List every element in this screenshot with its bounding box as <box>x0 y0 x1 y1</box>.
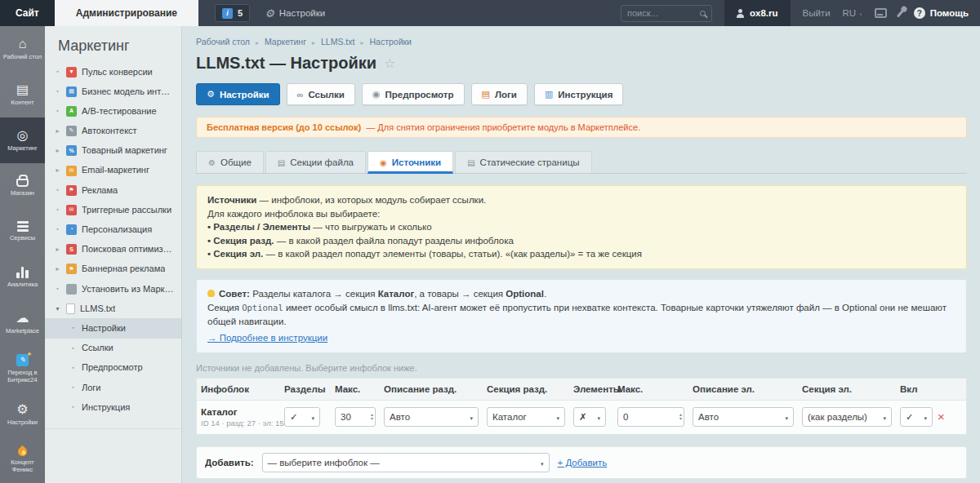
eye-icon <box>372 89 381 100</box>
favorite-star-icon[interactable] <box>384 55 395 71</box>
breadcrumb-llms[interactable]: LLMS.txt <box>321 37 354 47</box>
settings-tabs: Общие Секции файла Источники Статические… <box>196 151 967 174</box>
notifications-badge[interactable]: i 5 <box>215 4 250 22</box>
search-box[interactable] <box>621 5 712 22</box>
sidebar-item-personalization[interactable]: Персонализация <box>45 220 181 240</box>
tab-general[interactable]: Общие <box>196 151 264 173</box>
info-icon: i <box>222 8 233 19</box>
elements-enabled-select[interactable]: ✗ <box>573 407 606 427</box>
rail-item-desktop[interactable]: Рабочий стол <box>0 26 45 72</box>
sidebar-item-product-marketing[interactable]: Товарный маркетинг <box>45 141 181 161</box>
logs-button[interactable]: Логи <box>471 83 528 105</box>
rail-item-settings[interactable]: Настройки <box>0 392 45 437</box>
search-input[interactable] <box>627 8 695 18</box>
tab-static-pages[interactable]: Статические страницы <box>455 151 591 173</box>
sidebar-divider <box>45 428 181 429</box>
sidebar-item-llms[interactable]: LLMS.txt <box>45 299 181 318</box>
rail-item-services[interactable]: Сервисы <box>0 209 45 255</box>
sidebar-item-llms-manual[interactable]: Инструкция <box>45 397 181 417</box>
bullet-icon <box>54 88 61 95</box>
help-label: Помощь <box>930 8 969 18</box>
table-row: Каталог ID 14 · разд: 27 · эл: 156 ✓ 30 … <box>197 401 966 434</box>
topbar-settings-button[interactable]: Настройки <box>265 7 325 20</box>
layers-icon <box>17 221 29 232</box>
stepper-icon[interactable] <box>679 413 682 421</box>
ab-test-icon: A <box>66 106 77 117</box>
search-icon[interactable] <box>700 11 706 16</box>
elements-description-select[interactable]: Авто <box>693 407 794 427</box>
topbar-settings-label: Настройки <box>279 8 325 18</box>
add-source-link[interactable]: + Добавить <box>558 458 608 467</box>
stepper-icon[interactable] <box>371 413 373 421</box>
clock-icon <box>66 224 77 235</box>
add-source-row: Добавить: — выберите инфоблок — + Добави… <box>196 446 967 479</box>
bullet-icon <box>54 108 61 114</box>
tab-admin[interactable]: Администрирование <box>55 0 198 26</box>
sections-max-input[interactable]: 30 <box>335 407 376 427</box>
infoblock-meta: ID 14 · разд: 27 · эл: 156 <box>201 419 276 428</box>
rail-item-marketing[interactable]: Маркетинг <box>0 117 45 163</box>
breadcrumb-desktop[interactable]: Рабочий стол <box>196 37 250 47</box>
sidebar-item-llms-links[interactable]: Ссылки <box>45 339 181 358</box>
sections-enabled-select[interactable]: ✓ <box>284 407 320 427</box>
funnel-icon <box>66 67 77 78</box>
sidebar-item-autocontext[interactable]: Автоконтекст <box>45 122 181 141</box>
settings-button[interactable]: Настройки <box>196 83 280 105</box>
sidebar-item-trigger-mailings[interactable]: Триггерные рассылки <box>45 200 181 219</box>
language-label: RU <box>843 8 857 18</box>
pin-icon[interactable] <box>897 9 904 17</box>
sidebar-item-conversion-pulse[interactable]: Пульс конверсии <box>45 62 181 82</box>
sections-section-select[interactable]: Каталог <box>487 407 565 427</box>
sidebar-item-llms-settings[interactable]: Настройки <box>45 318 181 338</box>
sidebar-item-install-marketplace[interactable]: Установить из Маркетплейс <box>45 279 181 299</box>
gear-icon <box>265 7 274 20</box>
page-toolbar: Настройки Ссылки Предпросмотр Логи Инстр… <box>196 83 967 105</box>
rail-item-shop[interactable]: Магазин <box>0 163 45 209</box>
tab-site[interactable]: Сайт <box>0 0 55 26</box>
tab-file-sections[interactable]: Секции файла <box>265 151 366 173</box>
preview-button[interactable]: Предпросмотр <box>362 83 465 105</box>
rail-item-bitrix24[interactable]: Переход в Битрикс24 <box>0 346 45 392</box>
bar-chart-icon <box>16 267 29 278</box>
sidebar-item-seo[interactable]: Поисковая оптимизация <box>45 240 181 259</box>
user-menu[interactable]: ox8.ru <box>724 0 791 26</box>
enabled-select[interactable]: ✓ <box>900 407 933 427</box>
rail-item-content[interactable]: Контент <box>0 72 45 117</box>
bullet-icon <box>54 286 61 292</box>
help-button[interactable]: ? Помощь <box>914 7 969 19</box>
delete-row-button[interactable] <box>938 410 945 423</box>
rail-item-phoenix[interactable]: Концепт Феникс <box>0 437 45 483</box>
elements-section-select[interactable]: (как разделы) <box>802 407 892 427</box>
sidebar-item-banner-ads[interactable]: Баннерная реклама <box>45 259 181 279</box>
sidebar-item-ab-testing[interactable]: AA/B-тестирование <box>45 101 181 121</box>
elements-max-input[interactable]: 0 <box>617 407 684 427</box>
links-button[interactable]: Ссылки <box>287 83 355 105</box>
sidebar-item-business-model[interactable]: Бизнес модель интернет-магазина <box>45 82 181 101</box>
language-selector[interactable]: RU <box>843 8 862 18</box>
chevron-down-icon <box>597 412 600 422</box>
breadcrumb-separator-icon <box>312 37 315 47</box>
manual-button[interactable]: Инструкция <box>534 83 624 105</box>
document-icon <box>467 158 474 167</box>
breadcrumb-marketing[interactable]: Маркетинг <box>265 37 306 47</box>
lightbulb-icon <box>207 290 215 297</box>
sections-description-select[interactable]: Авто <box>384 407 479 427</box>
bullet-icon <box>54 187 61 193</box>
bullet-icon <box>69 384 77 391</box>
tab-sources[interactable]: Источники <box>368 151 453 174</box>
sidebar-item-llms-logs[interactable]: Логи <box>45 378 181 397</box>
top-bar: Сайт Администрирование i 5 Настройки ox8… <box>0 0 980 26</box>
sidebar-item-email-marketing[interactable]: Email-маркетинг <box>45 161 181 180</box>
bullet-icon <box>69 404 77 410</box>
license-banner-text: — Для снятия ограничения приобретите мод… <box>366 122 640 132</box>
sidebar-item-llms-preview[interactable]: Предпросмотр <box>45 358 181 378</box>
chevron-down-icon <box>556 412 559 422</box>
sidebar-item-ads[interactable]: Реклама <box>45 180 181 200</box>
manual-details-link[interactable]: → Подробнее в инструкции <box>207 331 327 345</box>
logout-link[interactable]: Выйти <box>803 8 831 18</box>
sources-table: Инфоблок Разделы Макс. Описание разд. Се… <box>196 378 967 435</box>
rail-item-marketplace[interactable]: Marketplace <box>0 300 45 346</box>
infoblock-select[interactable]: — выберите инфоблок — <box>262 453 550 472</box>
desktop-icon[interactable] <box>875 8 887 18</box>
rail-item-analytics[interactable]: Аналитика <box>0 255 45 300</box>
